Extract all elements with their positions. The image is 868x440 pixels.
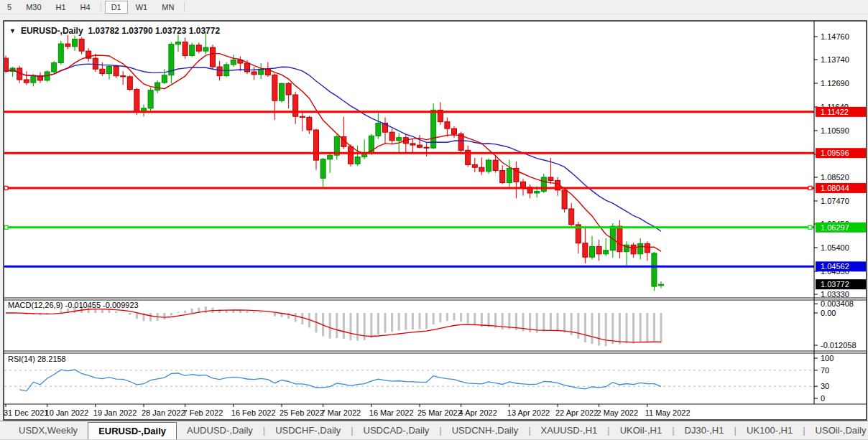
candle-body	[300, 116, 305, 117]
svg-text:1.09596: 1.09596	[821, 149, 849, 157]
timeframe-button-w1[interactable]: W1	[129, 1, 154, 14]
candle-body	[79, 39, 84, 51]
chart-tab-bar: USDX,WeeklyEURUSD-,DailyAUDUSD-,Daily|US…	[0, 421, 868, 440]
chart-tab-eurusd-daily[interactable]: EURUSD-,Daily	[88, 422, 177, 439]
time-tick-label: 16 Mar 2022	[369, 408, 414, 417]
chart-tab-usdcad-daily[interactable]: USDCAD-,Daily	[354, 421, 440, 439]
timeframe-button-5[interactable]: 5	[1, 1, 18, 14]
time-tick-label: 11 May 2022	[645, 408, 691, 417]
rsi-header: RSI(14) 28.2158	[8, 355, 66, 363]
candle-body	[307, 117, 312, 130]
rsi-axis-label: 0	[821, 394, 825, 403]
price-badge-resistance-1: 1.11422	[816, 107, 866, 117]
chart-tab-usdcnh-daily[interactable]: USDCNH-,Daily	[442, 421, 528, 439]
timeframe-button-d1[interactable]: D1	[105, 1, 128, 14]
candle-body	[320, 159, 326, 178]
candle-body	[58, 44, 63, 62]
chart-tab-usdchf-daily[interactable]: USDCHF-,Daily	[265, 421, 351, 439]
time-tick-label: 7 Feb 2022	[183, 408, 223, 417]
chart-title: ▼ EURUSD-,Daily 1.03782 1.03790 1.03723 …	[9, 26, 220, 36]
macd-main-value: -0.010455	[65, 301, 101, 309]
time-tick-label: 7 Mar 2022	[321, 408, 361, 417]
hline-handle[interactable]	[4, 225, 8, 229]
candle-body	[590, 246, 595, 257]
chart-tab-usdx-weekly[interactable]: USDX,Weekly	[9, 421, 88, 439]
candle-body	[328, 155, 333, 159]
price-badge-support-blue: 1.04562	[816, 261, 866, 271]
rsi-value: 28.2158	[37, 355, 66, 363]
chart-symbol-label: EURUSD-,Daily	[21, 26, 83, 36]
chart-tab-audusd-daily[interactable]: AUDUSD-,Daily	[177, 421, 263, 439]
time-tick-label: 31 Dec 2021	[4, 408, 48, 417]
price-badge-support-green: 1.06297	[816, 223, 866, 233]
chart-surface[interactable]: 1.147601.137401.126901.116401.105901.095…	[0, 0, 868, 440]
chart-tab-uk100-h1[interactable]: UK100-,H1	[737, 421, 803, 439]
price-tick-label: 1.05400	[821, 243, 849, 252]
candle-body	[31, 76, 36, 83]
chart-ohlc-values: 1.03782 1.03790 1.03723 1.03772	[88, 26, 221, 36]
timeframe-toolbar: 5M30H1H4D1W1MN	[0, 0, 868, 14]
candle-body	[535, 191, 540, 193]
candle-body	[231, 60, 236, 65]
chart-tab-usoil-daily[interactable]: USOil-,Daily	[805, 421, 868, 439]
price-badge-resistance-2: 1.09596	[816, 148, 866, 158]
symbol-dropdown-icon[interactable]: ▼	[9, 27, 16, 34]
chart-tab-xauusd-h1[interactable]: XAUUSD-,H1	[531, 421, 608, 439]
candle-body	[114, 66, 119, 75]
time-tick-label: 28 Jan 2022	[142, 408, 185, 417]
time-tick-label: 4 Apr 2022	[459, 408, 497, 417]
time-tick-label: 22 Apr 2022	[555, 408, 598, 417]
svg-text:1.06297: 1.06297	[821, 223, 849, 232]
toolbar-separator	[101, 2, 101, 12]
macd-signal-value: -0.009923	[103, 301, 139, 309]
candle-body	[417, 145, 423, 147]
candle-body	[500, 171, 505, 183]
svg-text:1.11422: 1.11422	[821, 108, 849, 116]
candle-body	[645, 243, 650, 253]
timeframe-button-h4[interactable]: H4	[74, 1, 97, 14]
hline-handle[interactable]	[4, 186, 8, 189]
candle-body	[217, 67, 222, 76]
hline-handle[interactable]	[808, 225, 812, 229]
candle-body	[293, 95, 298, 116]
candle-body	[355, 157, 360, 164]
chart-tab-ukoil-h1[interactable]: UKOil-,H1	[610, 421, 673, 439]
candle-body	[541, 177, 546, 191]
candle-body	[314, 130, 319, 160]
time-tick-label: 25 Feb 2022	[280, 408, 324, 417]
macd-header: MACD(12,26,9) -0.010455 -0.009923	[8, 301, 139, 309]
price-tick-label: 1.07470	[821, 197, 849, 205]
candle-body	[196, 45, 201, 51]
candle-body	[493, 160, 498, 170]
candle-body	[631, 245, 636, 254]
time-tick-label: 13 Apr 2022	[507, 408, 550, 417]
candle-body	[389, 132, 394, 141]
chart-tab-dj30-h1[interactable]: DJ30-,H1	[675, 421, 734, 439]
price-tick-label: 1.08520	[821, 173, 849, 182]
candle-body	[211, 47, 216, 67]
timeframe-button-h1[interactable]: H1	[50, 1, 73, 14]
time-tick-label: 10 Jan 2022	[45, 408, 89, 417]
candle-body	[562, 190, 567, 209]
candle-body	[100, 69, 105, 73]
candle-body	[486, 160, 491, 172]
rsi-axis-label: 30	[821, 382, 829, 390]
chart-window-background	[4, 21, 867, 420]
candle-body	[452, 128, 457, 134]
candle-body	[410, 144, 415, 145]
candle-body	[424, 147, 429, 148]
candle-body	[652, 253, 657, 286]
candle-body	[659, 284, 664, 286]
hline-handle[interactable]	[808, 186, 812, 189]
macd-axis-label: 0.00	[821, 309, 836, 317]
candle-body	[176, 42, 181, 45]
toolbar-separator	[184, 2, 185, 12]
candle-body	[376, 123, 381, 136]
timeframe-button-m30[interactable]: M30	[19, 1, 47, 14]
timeframe-button-mn[interactable]: MN	[155, 1, 180, 14]
price-tick-label: 1.13740	[821, 55, 849, 64]
candle-body	[107, 66, 112, 73]
svg-text:1.03772: 1.03772	[821, 280, 849, 289]
candle-body	[134, 89, 139, 111]
macd-axis-label: 0.003408	[821, 299, 854, 308]
